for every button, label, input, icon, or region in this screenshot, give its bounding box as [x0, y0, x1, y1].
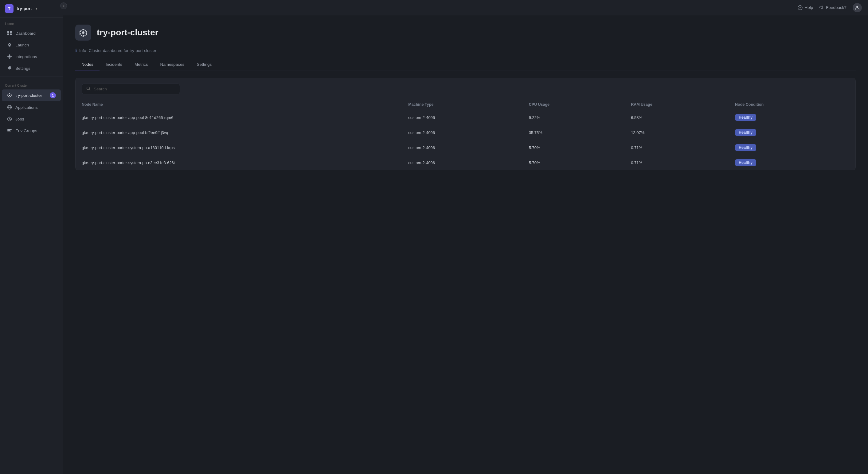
home-section-label: Home	[0, 18, 63, 27]
sidebar-collapse-button[interactable]: «	[60, 2, 67, 9]
help-button[interactable]: ? Help	[798, 5, 813, 10]
svg-rect-3	[10, 33, 12, 35]
page-title: try-port-cluster	[97, 28, 158, 37]
svg-point-4	[9, 44, 10, 45]
node-condition-cell: Healthy	[729, 110, 856, 125]
globe-icon	[7, 105, 12, 110]
grid-icon	[7, 30, 12, 36]
search-icon	[86, 86, 91, 92]
node-name-cell: gke-try-port-cluster-porter-app-pool-bf2…	[75, 125, 402, 140]
sidebar-item-launch[interactable]: Launch	[2, 39, 61, 51]
topbar: ? Help Feedback?	[63, 0, 868, 16]
healthy-badge: Healthy	[735, 159, 756, 166]
info-description: Cluster dashboard for try-port-cluster	[89, 48, 157, 53]
jobs-label: Jobs	[16, 117, 56, 121]
node-condition-cell: Healthy	[729, 125, 856, 140]
dashboard-label: Dashboard	[16, 31, 56, 36]
node-condition-cell: Healthy	[729, 140, 856, 155]
svg-rect-19	[7, 130, 10, 131]
sidebar-item-jobs[interactable]: Jobs	[2, 113, 61, 124]
ram-usage-cell: 0.71%	[625, 155, 729, 170]
svg-point-25	[83, 29, 84, 30]
svg-rect-20	[7, 131, 11, 132]
svg-point-11	[9, 95, 10, 96]
plug-icon	[7, 54, 12, 59]
workspace-name: try-port	[17, 6, 32, 11]
machine-type-cell: custom-2-4096	[402, 125, 523, 140]
cpu-usage-cell: 5.70%	[523, 140, 625, 155]
feedback-button[interactable]: Feedback?	[819, 5, 846, 10]
node-condition-cell: Healthy	[729, 155, 856, 170]
table-row[interactable]: gke-try-port-cluster-porter-app-pool-bf2…	[75, 125, 856, 140]
search-input[interactable]	[94, 87, 175, 91]
info-bar: ℹ Info Cluster dashboard for try-port-cl…	[75, 48, 856, 53]
current-cluster-label: Current Cluster	[0, 79, 63, 89]
workspace-header[interactable]: T try-port ▾	[0, 0, 63, 18]
svg-rect-0	[7, 31, 9, 33]
nodes-table-card: Node Name Machine Type CPU Usage RAM Usa…	[75, 78, 856, 170]
user-icon	[855, 5, 860, 10]
svg-point-29	[80, 33, 81, 34]
sidebar-item-try-port-cluster[interactable]: try-port-cluster 1	[2, 89, 61, 101]
cpu-usage-cell: 35.75%	[523, 125, 625, 140]
table-row[interactable]: gke-try-port-cluster-porter-app-pool-8e1…	[75, 110, 856, 125]
svg-rect-18	[7, 129, 12, 130]
sidebar-item-applications[interactable]: Applications	[2, 102, 61, 113]
svg-point-27	[80, 31, 81, 32]
env-groups-label: Env Groups	[16, 128, 56, 133]
cpu-usage-cell: 5.70%	[523, 155, 625, 170]
cluster-icon	[7, 92, 12, 98]
launch-label: Launch	[16, 43, 56, 47]
node-name-cell: gke-try-port-cluster-porter-app-pool-8e1…	[75, 110, 402, 125]
help-icon: ?	[798, 5, 803, 10]
sidebar-item-integrations[interactable]: Integrations	[2, 51, 61, 62]
search-bar-wrap	[75, 78, 856, 94]
sidebar-item-settings[interactable]: Settings	[2, 63, 61, 74]
tab-namespaces[interactable]: Namespaces	[154, 59, 191, 70]
workspace-avatar: T	[5, 4, 13, 13]
tab-incidents[interactable]: Incidents	[99, 59, 128, 70]
help-label: Help	[804, 5, 813, 10]
healthy-badge: Healthy	[735, 114, 756, 121]
sidebar-item-env-groups[interactable]: Env Groups	[2, 125, 61, 136]
content-area: try-port-cluster ℹ Info Cluster dashboar…	[63, 16, 868, 474]
tab-settings[interactable]: Settings	[190, 59, 218, 70]
table-row[interactable]: gke-try-port-cluster-porter-system-po-e3…	[75, 155, 856, 170]
col-header-cpu-usage: CPU Usage	[523, 99, 625, 110]
svg-point-30	[86, 33, 87, 34]
tabs: Nodes Incidents Metrics Namespaces Setti…	[75, 59, 856, 70]
col-header-ram-usage: RAM Usage	[625, 99, 729, 110]
tab-metrics[interactable]: Metrics	[128, 59, 154, 70]
sidebar: « T try-port ▾ Home Dashboard Launch	[0, 0, 63, 474]
megaphone-icon	[819, 5, 824, 10]
col-header-node-name: Node Name	[75, 99, 402, 110]
svg-point-26	[83, 35, 84, 36]
tab-nodes[interactable]: Nodes	[75, 59, 99, 70]
svg-point-31	[87, 87, 90, 90]
machine-type-cell: custom-2-4096	[402, 110, 523, 125]
ram-usage-cell: 12.07%	[625, 125, 729, 140]
col-header-node-condition: Node Condition	[729, 99, 856, 110]
svg-point-6	[9, 56, 10, 57]
integrations-label: Integrations	[16, 54, 56, 59]
cluster-svg-icon	[79, 28, 88, 37]
user-avatar[interactable]	[852, 3, 862, 12]
page-header: try-port-cluster	[75, 25, 856, 40]
info-icon: ℹ	[75, 48, 77, 53]
node-name-cell: gke-try-port-cluster-porter-system-po-a1…	[75, 140, 402, 155]
gear-icon	[7, 65, 12, 71]
cpu-usage-cell: 9.22%	[523, 110, 625, 125]
svg-rect-1	[10, 31, 12, 33]
search-bar	[82, 84, 180, 94]
workspace-chevron-icon: ▾	[36, 7, 37, 11]
healthy-badge: Healthy	[735, 144, 756, 151]
nodes-table: Node Name Machine Type CPU Usage RAM Usa…	[75, 99, 856, 170]
table-row[interactable]: gke-try-port-cluster-porter-system-po-a1…	[75, 140, 856, 155]
machine-type-cell: custom-2-4096	[402, 155, 523, 170]
svg-point-24	[82, 31, 85, 34]
sidebar-item-dashboard[interactable]: Dashboard	[2, 28, 61, 39]
svg-point-28	[86, 31, 87, 32]
svg-line-17	[9, 119, 10, 120]
feedback-label: Feedback?	[826, 5, 846, 10]
ram-usage-cell: 6.58%	[625, 110, 729, 125]
